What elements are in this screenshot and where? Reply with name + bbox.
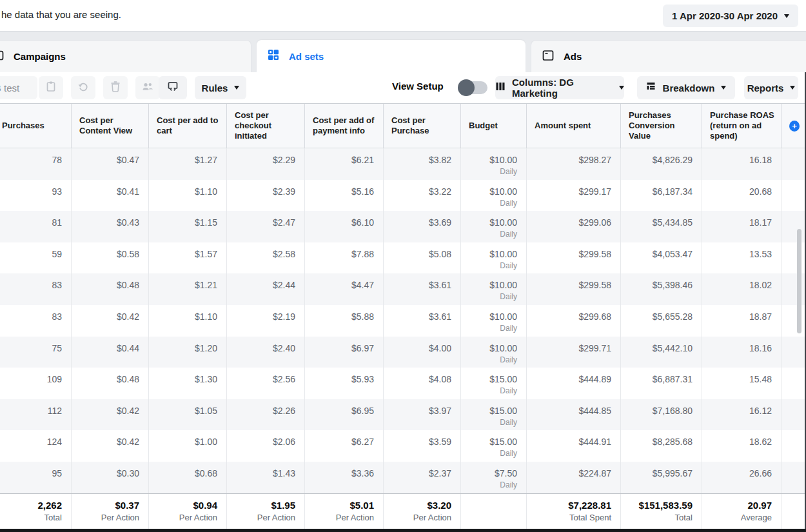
cell-purchases: 93: [0, 180, 72, 212]
table-row[interactable]: 109 $0.48 $1.30 $2.56 $5.93 $4.08 $15.00…: [0, 368, 806, 399]
cell-cost-purchase: $3.61: [384, 273, 461, 305]
column-header-cost-checkout[interactable]: Cost per checkout initiated: [227, 104, 305, 148]
table-header: Purchases Cost per Content View Cost per…: [0, 103, 806, 148]
cell-cost-payment-info: $6.21: [305, 148, 384, 180]
audience-button[interactable]: [135, 76, 160, 99]
columns-button[interactable]: Columns: DG Marketing: [495, 76, 624, 99]
cell-roas: 18.87: [702, 305, 781, 337]
cell-budget: $10.00 Daily: [461, 242, 527, 274]
cell-add-column: [781, 368, 806, 399]
delete-button[interactable]: [103, 76, 128, 99]
rules-button[interactable]: Rules: [195, 76, 246, 99]
columns-icon: [495, 81, 506, 94]
date-range-button[interactable]: 1 Apr 2020-30 Apr 2020: [663, 5, 798, 27]
cell-cost-add-to-cart: $1.57: [149, 242, 227, 274]
reports-label: Reports: [747, 83, 784, 94]
table-row[interactable]: 75 $0.44 $1.20 $2.40 $6.97 $4.00 $10.00 …: [0, 337, 806, 368]
cell-budget: $10.00 Daily: [461, 180, 527, 212]
cell-budget: $10.00 Daily: [461, 148, 527, 180]
footer-cost-content-view: $0.37 Per Action: [72, 494, 149, 529]
column-header-roas[interactable]: Purchase ROAS (return on ad spend): [702, 104, 781, 148]
cell-cost-payment-info: $7.88: [305, 242, 384, 274]
cell-cost-add-to-cart: $1.15: [149, 211, 227, 242]
cell-conversion-value: $5,995.67: [621, 462, 702, 493]
cell-conversion-value: $6,887.31: [621, 368, 702, 399]
cell-roas: 15.48: [702, 368, 781, 399]
ab-test-label: B test: [0, 83, 19, 94]
breakdown-button[interactable]: Breakdown: [637, 76, 735, 99]
add-column-cell: +: [781, 104, 806, 148]
cell-add-column: [781, 211, 806, 242]
cell-cost-content-view: $0.42: [72, 430, 149, 462]
cell-add-column: [781, 273, 806, 305]
column-header-cost-content-view[interactable]: Cost per Content View: [72, 104, 149, 148]
tab-adsets[interactable]: Ad sets: [257, 40, 526, 72]
cell-purchases: 78: [0, 148, 72, 180]
ab-test-button[interactable]: B test: [0, 76, 37, 99]
view-setup-toggle[interactable]: [459, 81, 487, 94]
cell-cost-content-view: $0.43: [72, 211, 149, 242]
footer-cost-payment-info: $5.01 Per Action: [305, 494, 384, 529]
table-row[interactable]: 112 $0.42 $1.05 $2.26 $6.95 $3.97 $15.00…: [0, 399, 806, 431]
cell-cost-payment-info: $5.93: [305, 368, 384, 399]
cell-cost-add-to-cart: $1.20: [149, 337, 227, 368]
footer-cost-purchase: $3.20 Per Action: [384, 494, 461, 529]
table-row[interactable]: 83 $0.48 $1.21 $2.44 $4.47 $3.61 $10.00 …: [0, 273, 806, 305]
cell-amount-spent: $299.17: [527, 180, 621, 212]
table-row[interactable]: 59 $0.58 $1.57 $2.58 $7.88 $5.08 $10.00 …: [0, 242, 806, 274]
reports-button[interactable]: Reports: [744, 76, 798, 99]
cell-cost-purchase: $3.97: [384, 399, 461, 431]
cell-cost-content-view: $0.41: [72, 180, 149, 212]
tab-adsets-label: Ad sets: [289, 51, 324, 62]
column-header-amount-spent[interactable]: Amount spent: [527, 104, 621, 148]
cell-cost-checkout: $2.56: [227, 368, 305, 399]
cell-cost-content-view: $0.47: [72, 148, 149, 180]
undo-button[interactable]: [71, 76, 95, 99]
tab-ads[interactable]: Ads: [531, 40, 806, 72]
cell-purchases: 81: [0, 211, 72, 242]
footer-cost-checkout: $1.95 Per Action: [227, 494, 305, 529]
view-setup-label: View Setup: [392, 81, 444, 92]
column-header-conversion-value[interactable]: Purchases Conversion Value: [621, 104, 702, 148]
cell-cost-purchase: $3.59: [384, 430, 461, 462]
tab-strip: Campaigns Ad sets: [0, 32, 806, 72]
cell-roas: 16.18: [702, 148, 781, 180]
chevron-down-icon: [619, 86, 624, 90]
ads-icon: [542, 49, 555, 64]
cell-amount-spent: $444.91: [527, 430, 621, 462]
cell-conversion-value: $8,285.68: [621, 430, 702, 462]
tab-campaigns[interactable]: Campaigns: [0, 40, 251, 72]
cell-conversion-value: $5,442.10: [621, 337, 702, 368]
add-column-icon[interactable]: +: [789, 121, 800, 132]
tab-ads-label: Ads: [564, 51, 582, 62]
cell-conversion-value: $7,168.80: [621, 399, 702, 431]
cell-cost-content-view: $0.58: [72, 242, 149, 274]
column-header-cost-purchase[interactable]: Cost per Purchase: [384, 104, 461, 148]
column-header-purchases[interactable]: Purchases: [0, 104, 72, 148]
cell-cost-add-to-cart: $1.27: [149, 148, 227, 180]
table-footer: 2,262 Total $0.37 Per Action $0.94 Per A…: [0, 493, 806, 529]
cell-cost-add-to-cart: $1.21: [149, 273, 227, 305]
edit-placement-button[interactable]: [159, 76, 187, 99]
column-header-budget[interactable]: Budget: [461, 104, 527, 148]
cell-add-column: [781, 430, 806, 462]
table-row[interactable]: 83 $0.42 $1.10 $2.19 $5.88 $3.61 $10.00 …: [0, 305, 806, 337]
table-row[interactable]: 93 $0.41 $1.10 $2.39 $5.16 $3.22 $10.00 …: [0, 180, 806, 212]
cell-roas: 13.53: [702, 242, 781, 274]
cell-cost-checkout: $2.29: [227, 148, 305, 180]
column-header-cost-add-to-cart[interactable]: Cost per add to cart: [149, 104, 227, 148]
tab-campaigns-label: Campaigns: [14, 51, 66, 62]
table-row[interactable]: 95 $0.30 $0.68 $1.43 $3.36 $2.37 $7.50 D…: [0, 462, 806, 493]
footer-roas: 20.97 Average: [702, 494, 781, 529]
column-header-cost-payment-info[interactable]: Cost per add of payment info: [305, 104, 384, 148]
footer-conversion-value: $151,583.59 Total: [621, 494, 702, 529]
table-row[interactable]: 81 $0.43 $1.15 $2.47 $6.10 $3.69 $10.00 …: [0, 211, 806, 242]
cell-cost-payment-info: $6.97: [305, 337, 384, 368]
cell-amount-spent: $299.06: [527, 211, 621, 242]
duplicate-button[interactable]: [39, 76, 63, 99]
table-row[interactable]: 124 $0.42 $1.00 $2.06 $6.27 $3.59 $15.00…: [0, 430, 806, 462]
table-row[interactable]: 78 $0.47 $1.27 $2.29 $6.21 $3.82 $10.00 …: [0, 148, 806, 180]
vertical-scrollbar[interactable]: [797, 229, 801, 333]
cell-conversion-value: $4,826.29: [621, 148, 702, 180]
cell-purchases: 95: [0, 462, 72, 493]
